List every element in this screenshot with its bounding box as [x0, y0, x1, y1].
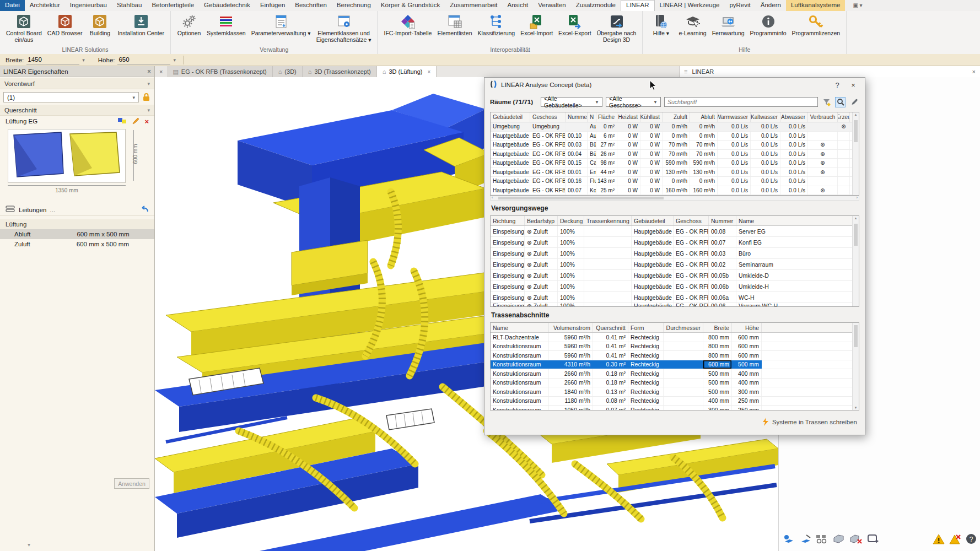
ribbon-button-building[interactable]: Building: [85, 12, 115, 37]
table-row[interactable]: HauptgebäudeEG - OK RFB00.16Flu143 m²0 W…: [491, 177, 853, 186]
ribbon-button-klassifizierung[interactable]: Klassifizierung: [475, 12, 518, 37]
column-header-verbrauch[interactable]: Verbrauch: [808, 112, 838, 122]
column-header-kühllast[interactable]: Kühllast: [640, 112, 663, 122]
panel-scroll-indicator[interactable]: ▾: [28, 542, 30, 548]
vertical-scrollbar[interactable]: ▴: [852, 216, 859, 306]
ribbon-button-ifc-import-tabelle[interactable]: IFC-Import-Tabelle: [381, 12, 434, 37]
ribbon-button-parameterverwaltung[interactable]: Parameterverwaltung ▾: [249, 12, 314, 37]
table-row[interactable]: HauptgebäudeEG - OK RFB00.04Bü26 m²0 W0 …: [491, 150, 853, 159]
duct-update-icon[interactable]: [866, 533, 880, 547]
column-header-querschnitt[interactable]: Querschnitt: [593, 323, 628, 332]
column-header-name[interactable]: Name: [736, 216, 853, 225]
edit-pencil-icon[interactable]: [132, 117, 140, 126]
error-icon[interactable]: [949, 533, 961, 547]
breite-input[interactable]: [26, 56, 79, 64]
table-row[interactable]: Konstruktionsraum1180 m³/h0.08 m²Rechtec…: [491, 397, 853, 406]
ribbon-tab-linear[interactable]: LINEAR: [621, 0, 655, 11]
column-header-durchmesser[interactable]: Durchmesser: [664, 323, 703, 332]
table-row[interactable]: Konstruktionsraum5960 m³/h0.41 m²Rechtec…: [491, 342, 853, 352]
view-tab-eg-ok-rfb-trassenkonzept[interactable]: ▤EG - OK RFB (Trassenkonzept): [167, 66, 272, 77]
ribbon-button-e-learning[interactable]: e-Learning: [676, 12, 709, 37]
column-header-volumenstrom[interactable]: Volumenstrom: [549, 323, 593, 332]
close-tab-icon[interactable]: ×: [428, 69, 431, 75]
ribbon-button-installation-center[interactable]: Installation Center: [115, 12, 167, 37]
filter-funnel-icon[interactable]: [821, 97, 832, 107]
table-row[interactable]: Einspeisung⊛ Zuluft100%HauptgebäudeEG - …: [491, 226, 853, 237]
breite-dropdown-icon[interactable]: ▾: [82, 57, 85, 63]
ribbon-button-elementlisten[interactable]: Elementlisten: [434, 12, 475, 37]
table-row[interactable]: Konstruktionsraum1840 m³/h0.13 m²Rechtec…: [491, 387, 853, 397]
close-icon[interactable]: ×: [147, 68, 151, 75]
duct-solid-icon[interactable]: [832, 533, 846, 547]
ribbon-tab-ingenieurbau[interactable]: Ingenieurbau: [65, 0, 112, 11]
table-row[interactable]: Einspeisung⊛ Zuluft100%HauptgebäudeEG - …: [491, 281, 853, 292]
view-tab-3d-lüftung[interactable]: ⌂3D (Lüftung)×: [377, 66, 437, 77]
ribbon-tab-zusammenarbeit[interactable]: Zusammenarbeit: [445, 0, 502, 11]
column-header-gebäudeteil[interactable]: Gebäudeteil: [632, 216, 674, 225]
ribbon-tab-beschriften[interactable]: Beschriften: [290, 0, 332, 11]
search-magnifier-icon[interactable]: [835, 97, 846, 107]
duct-edit-icon[interactable]: [799, 533, 811, 547]
ribbon-button-cad-browser[interactable]: CAD Browser: [45, 12, 85, 37]
column-header-geschoss[interactable]: Geschoss: [530, 112, 566, 122]
ribbon-button-excel-import[interactable]: Excel-Import: [518, 12, 556, 37]
ribbon-button-systemklassen[interactable]: Systemklassen: [204, 12, 249, 37]
column-header-geschoss[interactable]: Geschoss: [674, 216, 709, 225]
table-row[interactable]: HauptgebäudeEG - OK RFB00.01En44 m²0 W0 …: [491, 168, 853, 177]
gebaeudeteile-filter-select[interactable]: <Alle Gebäudeteile>▼: [541, 97, 602, 107]
apply-button[interactable]: Anwenden: [114, 478, 149, 489]
column-header-richtung[interactable]: Richtung: [491, 216, 525, 225]
column-header-heizlast[interactable]: Heizlast: [617, 112, 640, 122]
ribbon-tab-einfügen[interactable]: Einfügen: [255, 0, 290, 11]
systeme-in-trassen-schreiben-button[interactable]: Systeme in Trassen schreiben: [762, 416, 857, 428]
column-header-höhe[interactable]: Höhe: [732, 323, 762, 332]
ribbon-button-programminfo[interactable]: Programminfo: [747, 12, 789, 37]
column-header-gebäudeteil[interactable]: Gebäudeteil: [491, 112, 530, 122]
ribbon-tab-körper-grundstück[interactable]: Körper & Grundstück: [376, 0, 445, 11]
dialog-help-button[interactable]: ?: [831, 81, 843, 89]
dock-menu-icon[interactable]: ≡: [684, 68, 687, 75]
table-row[interactable]: Konstruktionsraum5960 m³/h0.41 m²Rechtec…: [491, 351, 853, 360]
ribbon-tab-ändern[interactable]: Ändern: [756, 0, 786, 11]
ribbon-tab-berechnung[interactable]: Berechnung: [332, 0, 376, 11]
delete-icon[interactable]: ×: [144, 117, 149, 126]
table-row[interactable]: Konstruktionsraum2660 m³/h0.18 m²Rechtec…: [491, 379, 853, 388]
column-header-fläche[interactable]: Fläche: [596, 112, 617, 122]
eyedropper-icon[interactable]: [849, 97, 859, 107]
table-row[interactable]: RLT-Dachzentrale5960 m³/h0.41 m²Rechteck…: [491, 333, 853, 342]
help-badge-icon[interactable]: ?: [966, 533, 977, 547]
hoehe-input[interactable]: [117, 56, 170, 64]
table-row[interactable]: Einspeisung⊛ Zuluft100%HauptgebäudeEG - …: [491, 237, 853, 248]
table-row[interactable]: Einspeisung⊛ Zuluft100%HauptgebäudeEG - …: [491, 270, 853, 281]
ribbon-button-programmlizenzen[interactable]: Programmlizenzen: [789, 12, 843, 37]
ribbon-tab-ansicht[interactable]: Ansicht: [503, 0, 534, 11]
leitungen-row[interactable]: Leitungen ...: [0, 204, 154, 216]
ribbon-tab-betonfertigteile[interactable]: Betonfertigteile: [147, 0, 199, 11]
horizontal-scrollbar[interactable]: ‹›: [490, 196, 859, 201]
ribbon-display-options-icon[interactable]: ▣ ▾: [853, 0, 862, 11]
ribbon-tab-architektur[interactable]: Architektur: [25, 0, 65, 11]
ribbon-tab-datei[interactable]: Datei: [0, 0, 25, 11]
column-header-abwasser[interactable]: Abwasser: [780, 112, 808, 122]
panel-header[interactable]: LINEAR Eigenschaften ×: [0, 66, 154, 77]
table-row[interactable]: Einspeisung⊛ Zuluft100%HauptgebäudeEG - …: [491, 259, 853, 270]
column-header-erzeu[interactable]: Erzeu: [838, 112, 850, 122]
duct-row-abluft[interactable]: Abluft600 mm x 500 mm: [0, 229, 154, 239]
column-header-n[interactable]: N: [588, 112, 596, 122]
table-row[interactable]: HauptgebäudeEG - OK RFB00.07Ko25 m²0 W0 …: [491, 186, 853, 196]
ribbon-tab-pyrevit[interactable]: pyRevit: [724, 0, 755, 11]
ribbon-button-elementklassen-und[interactable]: Elementklassen und Eigenschaftensätze ▾: [314, 12, 374, 44]
duct-segment-icon[interactable]: [815, 533, 828, 547]
cross-section-preview[interactable]: [8, 129, 126, 183]
ribbon-tab-luftkanalsysteme[interactable]: Luftkanalsysteme: [786, 0, 846, 11]
column-header-nummer[interactable]: Nummer: [566, 112, 588, 122]
column-header-nummer[interactable]: Nummer: [709, 216, 736, 225]
ribbon-tab-linear-werkzeuge[interactable]: LINEAR | Werkzeuge: [655, 0, 725, 11]
vertical-scrollbar[interactable]: ▴: [852, 112, 859, 195]
column-header-bedarfstyp[interactable]: Bedarfstyp: [525, 216, 558, 225]
table-row[interactable]: Einspeisung⊛ Zuluft100%HauptgebäudeEG - …: [491, 248, 853, 259]
close-views-icon[interactable]: ×: [155, 66, 167, 77]
duct-draw-icon[interactable]: [783, 533, 795, 547]
ribbon-tab-stahlbau[interactable]: Stahlbau: [112, 0, 147, 11]
dialog-close-button[interactable]: ×: [847, 81, 859, 89]
